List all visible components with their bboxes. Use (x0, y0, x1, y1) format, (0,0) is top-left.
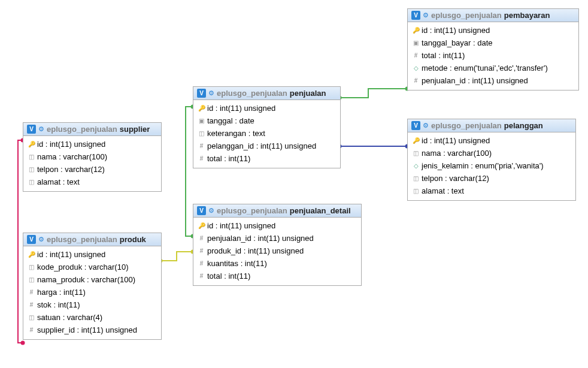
column-type-icon: ▣ (198, 117, 205, 124)
column-type-icon: ◫ (413, 188, 419, 194)
column-def: metode : enum('tunai','edc','transfer') (422, 64, 548, 73)
column-row[interactable]: 🔑id : int(11) unsigned (410, 24, 576, 37)
table-options-icon[interactable]: ⚙ (38, 125, 44, 133)
table-header[interactable]: V⚙eplusgo_penjualan supplier (23, 123, 161, 136)
column-row[interactable]: ◫alamat : text (410, 185, 573, 197)
table-name: supplier (120, 125, 150, 134)
table-header[interactable]: V⚙eplusgo_penjualan produk (23, 233, 161, 246)
column-row[interactable]: #harga : int(11) (26, 286, 159, 298)
column-type-icon: # (413, 52, 419, 59)
table-options-icon[interactable]: ⚙ (208, 207, 214, 215)
column-def: telpon : varchar(12) (37, 165, 105, 174)
column-row[interactable]: ◇metode : enum('tunai','edc','transfer') (410, 62, 576, 74)
column-type-icon: 🔑 (198, 222, 205, 229)
table-header[interactable]: V⚙eplusgo_penjualan pelanggan (408, 119, 575, 132)
column-def: id : int(11) unsigned (37, 250, 105, 259)
table-body: 🔑id : int(11) unsigned◫kode_produk : var… (23, 246, 161, 339)
column-def: pelanggan_id : int(11) unsigned (207, 141, 316, 150)
column-row[interactable]: ◇jenis_kelamin : enum('pria','wanita') (410, 159, 573, 172)
column-row[interactable]: ◫kode_produk : varchar(10) (26, 261, 159, 273)
column-def: harga : int(11) (37, 288, 86, 297)
column-row[interactable]: ◫nama_produk : varchar(100) (26, 273, 159, 286)
table-pembayaran[interactable]: V⚙eplusgo_penjualan pembayaran🔑id : int(… (407, 8, 579, 91)
column-row[interactable]: ◫nama : varchar(100) (26, 150, 159, 163)
column-row[interactable]: #produk_id : int(11) unsigned (196, 245, 359, 257)
table-body: 🔑id : int(11) unsigned#penjualan_id : in… (193, 218, 361, 285)
column-row[interactable]: ◫telpon : varchar(12) (26, 163, 159, 176)
table-penjualan_detail[interactable]: V⚙eplusgo_penjualan penjualan_detail🔑id … (193, 204, 362, 286)
column-def: nama_produk : varchar(100) (37, 275, 135, 284)
column-def: penjualan_id : int(11) unsigned (207, 234, 314, 243)
column-row[interactable]: #total : int(11) (196, 152, 338, 165)
table-body: 🔑id : int(11) unsigned◫nama : varchar(10… (23, 136, 161, 191)
column-row[interactable]: 🔑id : int(11) unsigned (196, 102, 338, 114)
db-name: eplusgo_penjualan (217, 89, 287, 98)
table-options-icon[interactable]: ⚙ (208, 89, 214, 97)
column-def: produk_id : int(11) unsigned (207, 246, 304, 255)
column-row[interactable]: ▣tanggal : date (196, 114, 338, 127)
table-header[interactable]: V⚙eplusgo_penjualan pembayaran (408, 9, 578, 22)
table-header[interactable]: V⚙eplusgo_penjualan penjualan (193, 87, 340, 100)
column-row[interactable]: #pelanggan_id : int(11) unsigned (196, 140, 338, 152)
table-name: penjualan (290, 89, 326, 98)
column-def: penjualan_id : int(11) unsigned (422, 76, 528, 85)
column-type-icon: ◇ (413, 65, 419, 71)
column-def: tanggal_bayar : date (422, 38, 493, 47)
table-options-icon[interactable]: ⚙ (423, 122, 429, 129)
column-def: id : int(11) unsigned (207, 104, 275, 113)
column-type-icon: # (198, 273, 205, 279)
db-name: eplusgo_penjualan (431, 121, 502, 130)
table-pelanggan[interactable]: V⚙eplusgo_penjualan pelanggan🔑id : int(1… (407, 119, 576, 201)
column-type-icon: # (28, 301, 35, 308)
column-row[interactable]: 🔑id : int(11) unsigned (196, 219, 359, 232)
column-type-icon: 🔑 (413, 27, 419, 34)
column-type-icon: ◫ (413, 175, 419, 182)
table-options-icon[interactable]: ⚙ (38, 236, 44, 243)
column-def: nama : varchar(100) (422, 149, 492, 158)
column-type-icon: # (198, 143, 205, 149)
table-supplier[interactable]: V⚙eplusgo_penjualan supplier🔑id : int(11… (23, 122, 162, 192)
column-row[interactable]: ◫satuan : varchar(4) (26, 311, 159, 324)
column-row[interactable]: #penjualan_id : int(11) unsigned (410, 74, 576, 87)
db-name: eplusgo_penjualan (431, 11, 502, 20)
column-def: alamat : text (37, 177, 80, 186)
designer-v-icon: V (411, 121, 420, 130)
column-row[interactable]: 🔑id : int(11) unsigned (410, 134, 573, 147)
column-type-icon: ◫ (198, 130, 205, 137)
column-def: id : int(11) unsigned (422, 26, 490, 35)
column-def: kuantitas : int(11) (207, 259, 267, 268)
column-type-icon: # (28, 289, 35, 295)
designer-v-icon: V (27, 235, 36, 244)
column-type-icon: # (198, 155, 205, 162)
column-row[interactable]: #supplier_id : int(11) unsigned (26, 324, 159, 336)
column-row[interactable]: ▣tanggal_bayar : date (410, 37, 576, 49)
table-penjualan[interactable]: V⚙eplusgo_penjualan penjualan🔑id : int(1… (193, 86, 341, 168)
column-def: telpon : varchar(12) (422, 174, 489, 183)
column-def: keterangan : text (207, 129, 265, 138)
column-row[interactable]: ◫nama : varchar(100) (410, 147, 573, 159)
column-row[interactable]: 🔑id : int(11) unsigned (26, 138, 159, 150)
column-def: total : int(11) (207, 272, 250, 280)
table-header[interactable]: V⚙eplusgo_penjualan penjualan_detail (193, 204, 361, 218)
column-type-icon: 🔑 (28, 141, 35, 147)
column-row[interactable]: #total : int(11) (196, 270, 359, 282)
column-row[interactable]: #penjualan_id : int(11) unsigned (196, 232, 359, 245)
designer-v-icon: V (197, 206, 206, 215)
column-def: alamat : text (422, 186, 464, 195)
table-name: pelanggan (504, 121, 543, 130)
column-type-icon: ◇ (413, 162, 419, 169)
column-row[interactable]: ◫telpon : varchar(12) (410, 172, 573, 185)
column-row[interactable]: ◫keterangan : text (196, 127, 338, 140)
table-options-icon[interactable]: ⚙ (423, 11, 429, 19)
column-row[interactable]: #stok : int(11) (26, 298, 159, 311)
column-row[interactable]: ◫alamat : text (26, 176, 159, 188)
column-row[interactable]: #kuantitas : int(11) (196, 257, 359, 270)
column-type-icon: # (198, 260, 205, 267)
column-def: id : int(11) unsigned (207, 221, 275, 230)
column-type-icon: 🔑 (198, 105, 205, 111)
column-row[interactable]: 🔑id : int(11) unsigned (26, 248, 159, 261)
column-type-icon: 🔑 (413, 137, 419, 144)
designer-v-icon: V (197, 89, 206, 98)
table-produk[interactable]: V⚙eplusgo_penjualan produk🔑id : int(11) … (23, 233, 162, 340)
column-row[interactable]: #total : int(11) (410, 49, 576, 62)
